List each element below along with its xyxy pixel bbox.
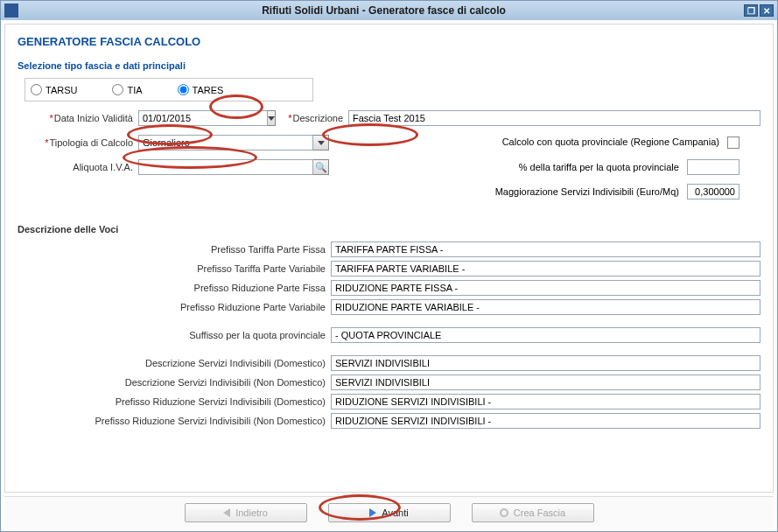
opt-magg-label: Maggiorazione Servizi Indivisibili (Euro… xyxy=(495,186,679,197)
voci-label: Descrizione Servizi Indivisibili (Non Do… xyxy=(18,377,331,388)
opt-percent-label: % della tariffa per la quota provinciale xyxy=(519,162,679,172)
voci-input[interactable] xyxy=(331,413,760,429)
voci-label: Prefisso Riduzione Parte Fissa xyxy=(18,283,331,293)
voci-input[interactable] xyxy=(331,355,760,371)
opt-campania-checkbox[interactable] xyxy=(727,136,739,149)
voci-input[interactable] xyxy=(331,374,760,390)
voci-input[interactable] xyxy=(331,394,760,410)
voci-input[interactable] xyxy=(331,280,760,296)
voci-row: Descrizione Servizi Indivisibili (Domest… xyxy=(18,355,760,371)
data-inizio-label: Data Inizio Validità xyxy=(23,113,138,123)
create-button[interactable]: Crea Fascia xyxy=(472,503,594,522)
radio-tarsu-label: TARSU xyxy=(46,85,77,95)
radio-tares[interactable]: TARES xyxy=(178,84,224,95)
radio-tares-label: TARES xyxy=(193,85,224,95)
date-dropdown-icon[interactable] xyxy=(268,110,276,126)
voci-label: Suffisso per la quota provinciale xyxy=(18,330,331,340)
tipologia-input[interactable] xyxy=(138,135,313,150)
opt-percent-row: % della tariffa per la quota provinciale xyxy=(519,159,739,175)
opt-magg-input[interactable] xyxy=(687,184,739,200)
voci-row: Prefisso Riduzione Servizi Indivisibili … xyxy=(18,413,760,429)
tipologia-label: Tipologia di Calcolo xyxy=(23,137,138,148)
voci-label: Prefisso Riduzione Parte Variabile xyxy=(18,302,331,312)
window-title: Rifiuti Solidi Urbani - Generatore fasce… xyxy=(25,4,742,17)
restore-button[interactable]: ❐ xyxy=(744,4,758,17)
voci-label: Prefisso Tariffa Parte Variabile xyxy=(18,263,331,274)
back-label: Indietro xyxy=(235,508,268,518)
voci-title: Descrizione delle Voci xyxy=(18,224,760,234)
arrow-right-icon xyxy=(369,508,376,517)
content-area: GENERATORE FASCIA CALCOLO Selezione tipo… xyxy=(4,24,774,493)
radio-tarsu[interactable]: TARSU xyxy=(31,84,77,95)
voci-section: Descrizione delle Voci Prefisso Tariffa … xyxy=(18,224,760,429)
voci-input[interactable] xyxy=(331,261,760,276)
voci-row: Prefisso Tariffa Parte Fissa xyxy=(18,242,760,257)
close-button[interactable]: ✕ xyxy=(760,4,774,17)
fascia-type-radios: TARSU TIA TARES xyxy=(25,78,313,102)
next-button[interactable]: Avanti xyxy=(328,503,451,522)
radio-tia[interactable]: TIA xyxy=(112,84,142,95)
voci-row: Prefisso Tariffa Parte Variabile xyxy=(18,261,760,276)
voci-input[interactable] xyxy=(331,242,760,257)
aliquota-label: Aliquota I.V.A. xyxy=(23,162,138,172)
voci-row: Prefisso Riduzione Parte Variabile xyxy=(18,299,760,315)
radio-tia-label: TIA xyxy=(127,85,142,95)
voci-input[interactable] xyxy=(331,327,760,343)
opt-campania-label: Calcolo con quota provinciale (Regione C… xyxy=(502,136,719,147)
opt-percent-input[interactable] xyxy=(687,159,739,175)
descrizione-input[interactable] xyxy=(348,110,760,126)
app-window: Rifiuti Solidi Urbani - Generatore fasce… xyxy=(0,0,778,532)
aliquota-input[interactable] xyxy=(138,159,313,175)
app-logo-icon xyxy=(4,4,18,18)
section1-title: Selezione tipo fascia e dati principali xyxy=(18,60,760,71)
arrow-left-icon xyxy=(223,508,230,517)
voci-label: Descrizione Servizi Indivisibili (Domest… xyxy=(18,358,331,368)
voci-row: Prefisso Riduzione Parte Fissa xyxy=(18,280,760,296)
voci-label: Prefisso Riduzione Servizi Indivisibili … xyxy=(18,396,331,407)
voci-label: Prefisso Riduzione Servizi Indivisibili … xyxy=(18,416,331,426)
next-label: Avanti xyxy=(382,508,408,518)
voci-label: Prefisso Tariffa Parte Fissa xyxy=(18,244,331,255)
data-inizio-field[interactable] xyxy=(138,110,217,126)
tipologia-field[interactable] xyxy=(138,135,329,150)
create-label: Crea Fascia xyxy=(514,508,565,518)
opt-magg-row: Maggiorazione Servizi Indivisibili (Euro… xyxy=(495,184,739,200)
opt-campania-row: Calcolo con quota provinciale (Regione C… xyxy=(502,136,739,149)
voci-row: Prefisso Riduzione Servizi Indivisibili … xyxy=(18,394,760,410)
page-title: GENERATORE FASCIA CALCOLO xyxy=(18,35,760,48)
voci-row: Descrizione Servizi Indivisibili (Non Do… xyxy=(18,374,760,390)
voci-input[interactable] xyxy=(331,299,760,315)
title-bar: Rifiuti Solidi Urbani - Generatore fasce… xyxy=(1,1,777,20)
aliquota-field[interactable]: 🔍 xyxy=(138,159,329,175)
voci-row: Suffisso per la quota provinciale xyxy=(18,327,760,343)
search-icon[interactable]: 🔍 xyxy=(313,159,329,175)
wizard-footer: Indietro Avanti Crea Fascia xyxy=(4,496,774,528)
tipologia-dropdown-icon[interactable] xyxy=(313,135,329,150)
back-button[interactable]: Indietro xyxy=(185,503,307,522)
main-form: Data Inizio Validità Descrizione Tipolog… xyxy=(18,110,760,200)
gear-icon xyxy=(500,508,508,517)
data-inizio-input[interactable] xyxy=(138,110,268,126)
